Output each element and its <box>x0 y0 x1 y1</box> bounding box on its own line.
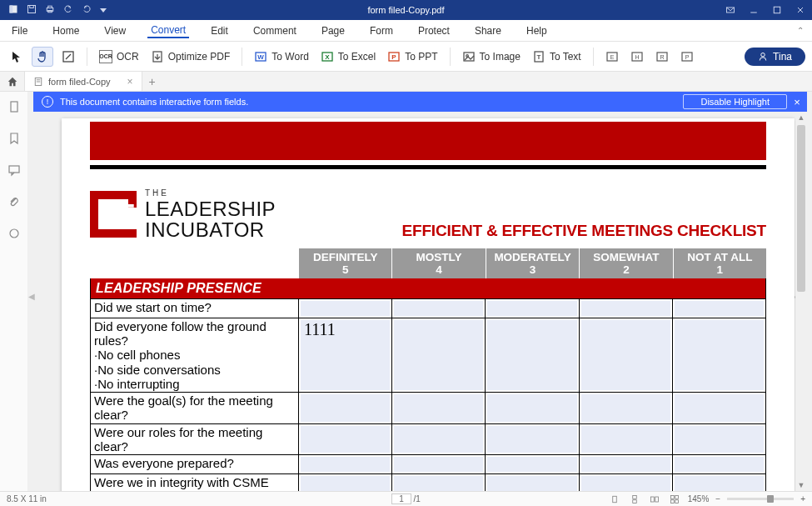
form-field[interactable] <box>581 394 670 422</box>
form-field[interactable] <box>487 457 576 472</box>
form-field[interactable] <box>581 426 670 453</box>
bookmarks-icon[interactable] <box>7 132 21 148</box>
select-tool[interactable] <box>7 48 27 66</box>
logo-mark-icon: LT <box>90 191 137 238</box>
redo-icon[interactable] <box>82 4 92 16</box>
form-field[interactable] <box>394 476 483 491</box>
form-field[interactable] <box>675 320 764 390</box>
tab-close-icon[interactable]: × <box>127 76 133 88</box>
collapse-ribbon-icon[interactable]: ⌃ <box>797 26 804 35</box>
zoom-in-button[interactable]: + <box>800 494 805 503</box>
form-field[interactable]: 1111 <box>301 320 390 390</box>
convert-h-icon[interactable]: H <box>627 48 647 66</box>
form-field[interactable] <box>675 457 764 472</box>
menu-home[interactable]: Home <box>49 23 82 38</box>
to-ppt-button[interactable]: PTo PPT <box>384 48 441 66</box>
svg-rect-43 <box>655 497 658 502</box>
document-tab[interactable]: form filed-Copy × <box>25 72 142 91</box>
prev-page-nav[interactable]: ◀ <box>28 292 33 301</box>
user-icon <box>758 52 768 62</box>
thumbnails-icon[interactable] <box>7 100 21 117</box>
to-word-button[interactable]: WTo Word <box>251 48 311 66</box>
more-panel-icon[interactable] <box>7 227 21 243</box>
convert-e-icon[interactable]: E <box>602 48 622 66</box>
view-facing-icon[interactable] <box>648 493 661 505</box>
close-button[interactable] <box>789 0 812 20</box>
home-button[interactable] <box>0 72 25 91</box>
to-excel-button[interactable]: XTo Excel <box>317 48 379 66</box>
minimize-button[interactable] <box>742 0 765 20</box>
qat-dropdown-icon[interactable] <box>100 8 107 13</box>
menu-share[interactable]: Share <box>471 23 505 38</box>
menu-page[interactable]: Page <box>318 23 348 38</box>
form-field[interactable] <box>487 320 576 390</box>
form-field[interactable] <box>487 426 576 453</box>
to-text-button[interactable]: TTo Text <box>529 48 585 66</box>
form-field[interactable] <box>487 394 576 422</box>
form-field[interactable] <box>581 476 670 491</box>
form-field[interactable] <box>394 457 483 472</box>
header-divider <box>90 165 766 169</box>
zoom-value[interactable]: 145% <box>688 494 710 503</box>
scroll-up-icon[interactable]: ▲ <box>795 112 807 123</box>
svg-rect-37 <box>9 166 19 173</box>
ocr-button[interactable]: OCROCR <box>96 48 142 66</box>
menu-form[interactable]: Form <box>366 23 396 38</box>
form-field[interactable] <box>581 457 670 472</box>
form-field[interactable] <box>301 394 390 422</box>
convert-r-icon[interactable]: R <box>652 48 672 66</box>
menu-comment[interactable]: Comment <box>250 23 300 38</box>
form-field[interactable] <box>394 320 483 390</box>
form-field[interactable] <box>394 426 483 453</box>
zoom-slider[interactable] <box>727 498 794 500</box>
form-field[interactable] <box>301 457 390 472</box>
mail-icon[interactable] <box>719 0 742 20</box>
form-field[interactable] <box>394 301 483 316</box>
form-field[interactable] <box>487 476 576 491</box>
vertical-scrollbar[interactable]: ▲ ▼ <box>795 112 807 491</box>
menu-convert[interactable]: Convert <box>147 23 189 38</box>
new-tab-button[interactable]: + <box>142 72 162 91</box>
comments-icon[interactable] <box>7 163 21 180</box>
view-continuous-icon[interactable] <box>628 493 641 505</box>
form-field[interactable] <box>301 476 390 491</box>
hand-tool[interactable] <box>32 47 53 67</box>
maximize-button[interactable] <box>765 0 789 20</box>
convert-p-icon[interactable]: P <box>677 48 697 66</box>
attachments-icon[interactable] <box>7 195 21 212</box>
view-single-icon[interactable] <box>608 493 621 505</box>
zoom-slider-thumb[interactable] <box>767 495 774 503</box>
form-field[interactable] <box>394 394 483 422</box>
menu-protect[interactable]: Protect <box>415 23 453 38</box>
user-pill[interactable]: Tina <box>745 48 805 66</box>
form-field[interactable] <box>581 320 670 390</box>
scroll-down-icon[interactable]: ▼ <box>795 479 807 491</box>
document-title: EFFICIENT & EFFECTIVE MEETINGS CHECKLIST <box>402 222 766 240</box>
disable-highlight-button[interactable]: Disable Highlight <box>683 94 787 109</box>
form-field[interactable] <box>301 426 390 453</box>
form-field[interactable] <box>581 301 670 316</box>
to-image-button[interactable]: To Image <box>459 48 524 66</box>
edit-tool[interactable] <box>58 48 78 66</box>
form-field[interactable] <box>301 301 390 316</box>
scrollbar-thumb[interactable] <box>797 125 805 292</box>
menu-help[interactable]: Help <box>523 23 550 38</box>
form-field[interactable] <box>675 394 764 422</box>
menu-view[interactable]: View <box>101 23 129 38</box>
save-icon[interactable] <box>27 4 37 16</box>
form-field[interactable] <box>675 301 764 316</box>
form-field[interactable] <box>487 301 576 316</box>
svg-rect-1 <box>10 6 13 13</box>
menu-edit[interactable]: Edit <box>207 23 232 38</box>
optimize-button[interactable]: Optimize PDF <box>147 48 234 66</box>
print-icon[interactable] <box>45 4 55 16</box>
menu-file[interactable]: File <box>8 23 31 38</box>
form-field[interactable] <box>675 426 764 453</box>
form-field[interactable] <box>675 476 764 491</box>
view-facing-continuous-icon[interactable] <box>668 493 681 505</box>
tab-label: form filed-Copy <box>48 77 111 87</box>
undo-icon[interactable] <box>63 4 73 16</box>
page-current[interactable]: 1 <box>391 493 411 504</box>
banner-close-icon[interactable]: × <box>787 96 807 108</box>
zoom-out-button[interactable]: − <box>715 494 720 503</box>
